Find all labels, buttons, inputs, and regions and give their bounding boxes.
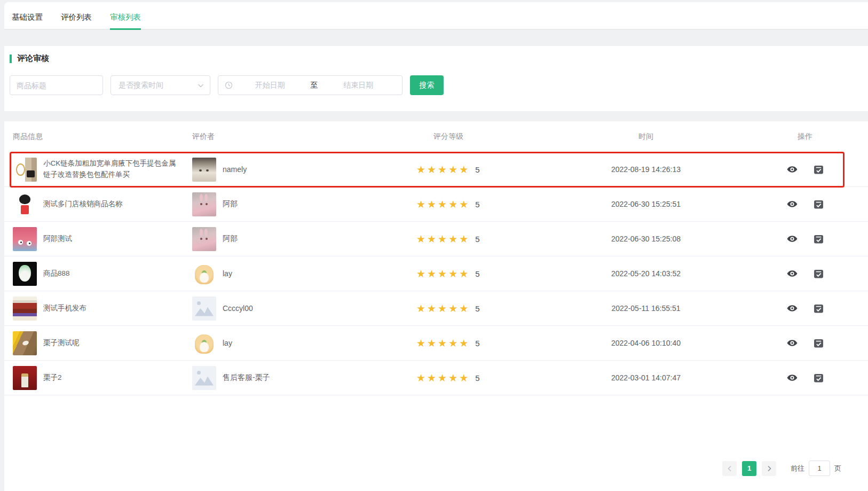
- star-icon: ★: [427, 268, 438, 279]
- rating-value: 5: [475, 235, 479, 244]
- approve-button[interactable]: [814, 199, 824, 209]
- start-date-placeholder[interactable]: 开始日期: [233, 81, 307, 90]
- star-icon: ★: [459, 268, 470, 279]
- star-icon: ★: [427, 303, 438, 314]
- eye-icon: [787, 303, 798, 314]
- approve-button[interactable]: [814, 373, 824, 383]
- star-icon: ★: [448, 372, 459, 384]
- product-title-field: [10, 75, 103, 95]
- rating-value: 5: [475, 339, 479, 348]
- product-title: 栗子测试呢: [43, 338, 80, 349]
- page-1-button[interactable]: 1: [742, 461, 756, 476]
- reviewer-cell: lay: [192, 331, 416, 355]
- end-date-placeholder[interactable]: 结束日期: [321, 81, 396, 90]
- rating-stars: ★★★★★: [416, 303, 470, 314]
- clock-icon: [225, 81, 233, 89]
- eye-icon: [787, 268, 798, 279]
- rating-value: 5: [475, 165, 479, 174]
- table-body: 小CK链条加粗加宽单肩腋下包手提包金属链子改造替换包包配件单买 namely ★…: [4, 152, 868, 395]
- star-icon: ★: [448, 164, 459, 175]
- tab-bar: 基础设置 评价列表 审核列表: [4, 2, 868, 30]
- box-check-icon: [814, 199, 824, 209]
- chevron-right-icon: [766, 465, 772, 472]
- reviewer-name: 阿部: [223, 199, 238, 209]
- reviewer-name: 售后客服-栗子: [223, 373, 270, 383]
- reviewer-cell: namely: [192, 158, 416, 182]
- star-icon: ★: [459, 372, 470, 384]
- view-button[interactable]: [787, 164, 798, 175]
- box-check-icon: [814, 234, 824, 244]
- product-cell: 栗子测试呢: [13, 331, 192, 355]
- product-title: 商品888: [43, 268, 70, 279]
- product-cell: 商品888: [13, 262, 192, 286]
- reviewer-avatar: [192, 331, 216, 355]
- reviewer-name: namely: [223, 165, 247, 174]
- view-button[interactable]: [787, 303, 798, 314]
- box-check-icon: [814, 303, 824, 314]
- eye-icon: [787, 199, 798, 209]
- audit-table-panel: 商品信息 评价者 评分等级 时间 操作 小CK链条加粗加宽单肩腋下包手提包金属链…: [4, 121, 868, 491]
- star-icon: ★: [416, 199, 427, 210]
- star-icon: ★: [459, 233, 470, 245]
- column-header-reviewer: 评价者: [192, 132, 416, 142]
- star-icon: ★: [448, 233, 459, 245]
- approve-button[interactable]: [814, 269, 824, 279]
- rating-cell: ★★★★★ 5: [416, 165, 550, 175]
- review-time: 2022-06-30 15:25:08: [550, 235, 742, 243]
- star-icon: ★: [448, 199, 459, 210]
- reviewer-name: 阿部: [223, 234, 238, 244]
- table-row: 测试多门店核销商品名称 阿部 ★★★★★ 5 2022-06-30 15:25:…: [4, 187, 868, 222]
- view-button[interactable]: [787, 372, 798, 383]
- rating-stars: ★★★★★: [416, 165, 470, 175]
- page: 基础设置 评价列表 审核列表 评论审核 是否搜索时间: [0, 0, 868, 491]
- reviewer-avatar: [192, 297, 216, 321]
- reviewer-cell: 阿部: [192, 192, 416, 216]
- table-row: 商品888 lay ★★★★★ 5 2022-05-20 14:03:52: [4, 256, 868, 291]
- reviewer-cell: Ccccyl00: [192, 297, 416, 321]
- tab-basic-settings[interactable]: 基础设置: [12, 12, 43, 30]
- goto-page-input[interactable]: [809, 461, 830, 476]
- column-header-actions: 操作: [742, 132, 868, 142]
- approve-button[interactable]: [814, 338, 824, 348]
- section-title-text: 评论审核: [17, 53, 49, 64]
- star-icon: ★: [448, 303, 459, 314]
- rating-cell: ★★★★★ 5: [416, 303, 550, 314]
- rating-value: 5: [475, 200, 479, 209]
- eye-icon: [787, 164, 798, 175]
- table-row: 阿部测试 阿部 ★★★★★ 5 2022-06-30 15:25:08: [4, 222, 868, 256]
- rating-stars: ★★★★★: [416, 338, 470, 348]
- actions-cell: [742, 338, 868, 348]
- filter-panel: 评论审核 是否搜索时间 开始日期 至 结束日期 搜索: [4, 46, 868, 111]
- reviewer-cell: lay: [192, 262, 416, 286]
- star-icon: ★: [459, 164, 470, 175]
- view-button[interactable]: [787, 268, 798, 279]
- approve-button[interactable]: [814, 165, 824, 175]
- chevron-down-icon: [197, 82, 204, 89]
- column-header-product: 商品信息: [13, 132, 192, 142]
- prev-page-button[interactable]: [722, 461, 737, 476]
- star-icon: ★: [416, 303, 427, 314]
- section-title: 评论审核: [10, 53, 868, 64]
- view-button[interactable]: [787, 233, 798, 244]
- date-range-separator: 至: [307, 81, 321, 90]
- star-icon: ★: [459, 199, 470, 210]
- tab-audit-list[interactable]: 审核列表: [110, 12, 141, 30]
- column-header-time: 时间: [550, 132, 742, 142]
- view-button[interactable]: [787, 199, 798, 209]
- approve-button[interactable]: [814, 234, 824, 244]
- rating-stars: ★★★★★: [416, 373, 470, 383]
- rating-stars: ★★★★★: [416, 199, 470, 209]
- product-title-input[interactable]: [10, 76, 102, 95]
- reviewer-cell: 阿部: [192, 227, 416, 251]
- date-range-picker[interactable]: 开始日期 至 结束日期: [218, 75, 403, 95]
- box-check-icon: [814, 373, 824, 383]
- box-check-icon: [814, 269, 824, 279]
- time-search-select[interactable]: 是否搜索时间: [111, 75, 210, 95]
- approve-button[interactable]: [814, 303, 824, 314]
- search-button[interactable]: 搜索: [410, 75, 444, 95]
- next-page-button[interactable]: [762, 461, 776, 476]
- view-button[interactable]: [787, 338, 798, 348]
- tab-review-list[interactable]: 评价列表: [61, 12, 92, 30]
- actions-cell: [742, 303, 868, 314]
- rating-cell: ★★★★★ 5: [416, 199, 550, 209]
